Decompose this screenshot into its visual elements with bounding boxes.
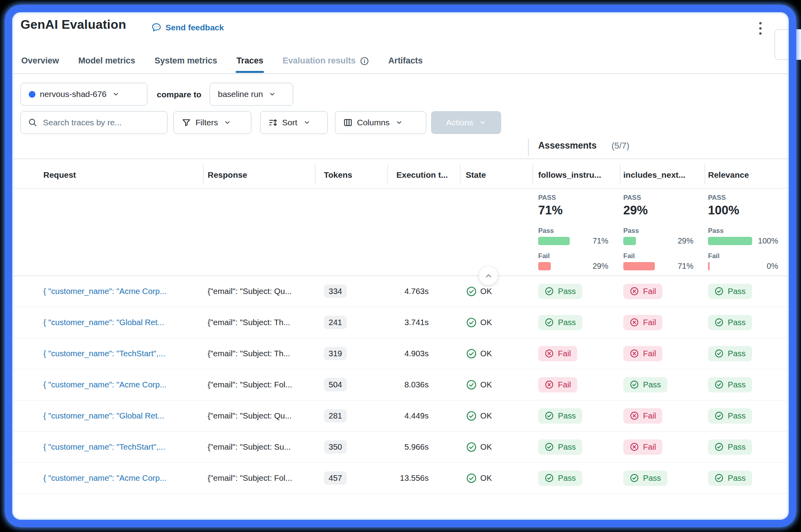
assessment-slot: Pass [538, 432, 582, 462]
request-cell-link[interactable]: { "customer_name": "Acme Corp... [43, 369, 166, 400]
table-row[interactable]: { "customer_name": "TechStart",... {"ema… [13, 338, 788, 369]
fail-chip: Fail [623, 346, 662, 361]
pass-chip: Pass [538, 439, 582, 455]
kebab-menu-icon[interactable] [752, 19, 769, 38]
column-divider [532, 164, 533, 184]
request-cell-link[interactable]: { "customer_name": "Acme Corp... [43, 463, 166, 493]
request-cell-link[interactable]: { "customer_name": "Acme Corp... [43, 276, 166, 307]
collapse-summary-button[interactable] [479, 266, 498, 285]
request-cell-link[interactable]: { "customer_name": "Global Ret... [43, 400, 164, 431]
column-divider [387, 164, 388, 184]
assessment-slot: Pass [708, 338, 752, 369]
chip-label: Pass [558, 442, 576, 452]
fail-bar [708, 262, 710, 270]
tab-traces[interactable]: Traces [236, 53, 264, 73]
check-circle-icon [714, 318, 724, 327]
assessment-slot: Fail [623, 338, 662, 369]
tokens-badge: 334 [324, 285, 347, 298]
pass-chip: Pass [708, 439, 752, 455]
assessment-slot: Pass [708, 369, 752, 400]
check-circle-icon [714, 442, 724, 452]
chip-label: Pass [558, 286, 576, 296]
x-circle-icon [630, 411, 639, 420]
assessment-slot: Pass [623, 369, 667, 400]
tab-overview[interactable]: Overview [20, 53, 60, 73]
send-feedback-link[interactable]: Send feedback [151, 22, 224, 33]
check-circle-icon [630, 380, 639, 389]
chip-label: Pass [728, 473, 746, 483]
tokens-cell: 241 [324, 307, 347, 338]
chevron-up-icon [484, 272, 493, 280]
baseline-run-dropdown[interactable]: baseline run [210, 83, 293, 106]
run-selector-dropdown[interactable]: nervous-shad-676 [20, 83, 147, 106]
chevron-down-icon [224, 119, 231, 126]
table-row[interactable]: { "customer_name": "Acme Corp... {"email… [13, 463, 788, 494]
pass-chip: Pass [538, 284, 582, 299]
column-header-relevance: Relevance [708, 170, 749, 180]
chip-label: Fail [643, 286, 656, 296]
filters-button[interactable]: Filters [173, 111, 251, 134]
pass-chip: Pass [708, 284, 752, 299]
table-row[interactable]: { "customer_name": "TechStart",... {"ema… [13, 432, 788, 463]
fail-bar-percent: 29% [593, 262, 608, 271]
x-circle-icon [630, 318, 639, 327]
table-row[interactable]: { "customer_name": "Acme Corp... {"email… [13, 276, 788, 307]
table-row[interactable]: { "customer_name": "Global Ret... {"emai… [13, 307, 788, 338]
assessment-slot: Pass [708, 276, 752, 307]
fail-chip: Fail [623, 408, 662, 424]
chip-label: Pass [728, 442, 746, 452]
pass-chip: Pass [708, 471, 752, 486]
fail-chip: Fail [623, 439, 662, 455]
chip-label: Pass [643, 380, 661, 389]
response-cell: {"email": "Subject: Fol... [208, 369, 292, 400]
chevron-down-icon [112, 91, 119, 98]
search-traces-box [20, 111, 167, 134]
assessment-slot: Pass [538, 276, 582, 307]
state-label: OK [480, 349, 492, 358]
request-cell-link[interactable]: { "customer_name": "TechStart",... [43, 432, 165, 462]
summary-pass-value: 100% [708, 203, 778, 218]
sort-button[interactable]: Sort [260, 111, 328, 134]
chip-label: Pass [728, 286, 746, 296]
tokens-cell: 281 [324, 400, 347, 431]
state-cell: OK [466, 369, 492, 400]
chip-label: Pass [558, 411, 576, 420]
chip-label: Fail [643, 442, 656, 452]
request-cell-link[interactable]: { "customer_name": "TechStart",... [43, 338, 165, 369]
fail-chip: Fail [623, 284, 662, 299]
pass-bar-percent: 71% [593, 236, 608, 246]
response-cell: {"email": "Subject: Qu... [208, 400, 292, 431]
table-row[interactable]: { "customer_name": "Acme Corp... {"email… [13, 369, 788, 400]
chip-label: Pass [558, 473, 576, 483]
check-circle-icon [466, 348, 477, 359]
tab-artifacts[interactable]: Artifacts [388, 53, 424, 73]
request-cell-link[interactable]: { "customer_name": "Global Ret... [43, 307, 164, 338]
tokens-cell: 504 [324, 369, 347, 400]
state-cell: OK [466, 338, 492, 369]
columns-button[interactable]: Columns [335, 111, 426, 134]
chip-label: Pass [643, 473, 661, 483]
compare-to-label: compare to [157, 90, 201, 99]
assessment-slot: Pass [708, 307, 752, 338]
check-circle-icon [545, 473, 554, 483]
response-cell: {"email": "Subject: Qu... [208, 276, 292, 307]
search-input[interactable] [42, 117, 160, 128]
run-name: nervous-shad-676 [40, 89, 106, 99]
x-circle-icon [630, 442, 639, 452]
column-header-response: Response [208, 170, 247, 180]
tab-system-metrics[interactable]: System metrics [154, 53, 218, 73]
pass-bar [708, 237, 752, 245]
pass-chip: Pass [538, 471, 582, 486]
assessment-slot: Pass [538, 307, 582, 338]
table-row[interactable]: { "customer_name": "Global Ret... {"emai… [13, 400, 788, 432]
tab-model-metrics[interactable]: Model metrics [78, 53, 136, 73]
tokens-badge: 241 [324, 316, 347, 329]
traces-table-body: { "customer_name": "Acme Corp... {"email… [13, 276, 788, 494]
columns-icon [343, 118, 353, 127]
clipped-corner-button[interactable] [775, 29, 801, 60]
x-circle-icon [545, 349, 554, 358]
genai-evaluation-window: GenAI Evaluation Send feedback Overview … [0, 0, 801, 532]
response-cell: {"email": "Subject: Th... [208, 338, 290, 369]
pass-bar-percent: 29% [678, 236, 693, 246]
tokens-badge: 319 [324, 347, 347, 360]
